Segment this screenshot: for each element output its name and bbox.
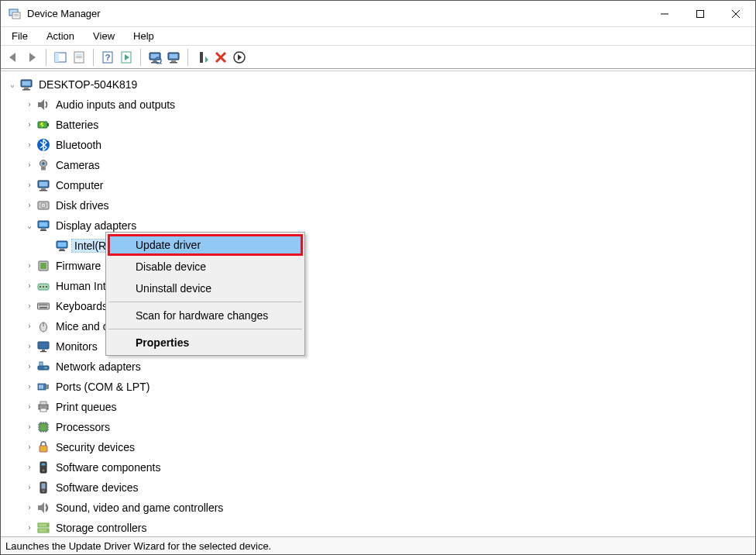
expander-icon[interactable]: ›: [24, 141, 35, 149]
svg-text:?: ?: [105, 53, 111, 62]
context-menu-disable-device[interactable]: Disable device: [108, 256, 303, 278]
tree-category-network[interactable]: ›Network adapters: [5, 357, 755, 377]
expander-icon[interactable]: ›: [24, 423, 35, 431]
expander-icon[interactable]: ›: [24, 504, 35, 512]
firmware-icon: [36, 259, 50, 273]
tree-item-label: Disk drives: [53, 199, 111, 212]
tree-item-label: Cameras: [53, 159, 102, 171]
expander-icon[interactable]: ›: [24, 464, 35, 471]
app-icon: [9, 8, 21, 20]
expander-icon[interactable]: ›: [24, 282, 35, 290]
tree-item-label: Audio inputs and outputs: [53, 98, 177, 111]
minimize-button[interactable]: [647, 2, 682, 26]
display-icon: [36, 219, 50, 233]
show-hide-tree-button[interactable]: [51, 48, 70, 67]
action-button[interactable]: [117, 48, 136, 67]
scan-hardware-button[interactable]: [146, 48, 164, 67]
processor-icon: [36, 420, 50, 434]
tree-item-label: Print queues: [53, 401, 119, 413]
tree-item-label: Processors: [53, 421, 112, 433]
tree-category-security[interactable]: ›Security devices: [5, 437, 755, 457]
tree-item-label: DESKTOP-504K819: [36, 78, 139, 91]
tree-item-label: Bluetooth: [53, 139, 104, 151]
expander-icon[interactable]: ›: [24, 161, 35, 169]
tree-item-label: Firmware: [53, 260, 103, 272]
keyboard-icon: [36, 299, 50, 313]
expander-icon[interactable]: ›: [24, 302, 35, 310]
display-icon: [55, 239, 69, 253]
expander-icon[interactable]: ›: [24, 121, 35, 129]
tree-item-label: Network adapters: [53, 360, 143, 373]
storage-icon: [36, 521, 50, 535]
svg-rect-83: [14, 14, 19, 15]
tree-category-bluetooth[interactable]: ›Bluetooth: [5, 135, 755, 155]
expander-icon[interactable]: ›: [24, 343, 35, 350]
menu-help[interactable]: Help: [127, 29, 160, 43]
maximize-button[interactable]: [682, 2, 718, 26]
expander-icon[interactable]: ›: [24, 202, 35, 209]
expander-icon[interactable]: ›: [24, 524, 35, 532]
tree-category-battery[interactable]: ›Batteries: [5, 115, 755, 135]
context-menu-update-driver[interactable]: Update driver: [108, 234, 303, 256]
tree-category-swdev[interactable]: ›Software devices: [5, 477, 755, 498]
expander-icon[interactable]: ⌄: [24, 222, 35, 229]
forward-button[interactable]: [22, 48, 41, 67]
svg-rect-86: [697, 10, 704, 17]
menu-view[interactable]: View: [87, 29, 121, 43]
tree-category-camera[interactable]: ›Cameras: [5, 155, 755, 175]
properties-toolbar-button[interactable]: [70, 48, 88, 67]
tree-item-label: Software components: [53, 461, 163, 474]
context-menu-separator: [108, 302, 302, 302]
expander-icon[interactable]: ›: [24, 363, 35, 371]
svg-marker-90: [29, 53, 36, 62]
tree-category-processor[interactable]: ›Processors: [5, 417, 755, 437]
toolbar: ?: [1, 46, 755, 69]
menu-file[interactable]: File: [5, 29, 34, 43]
monitor-icon: [36, 340, 50, 353]
expander-icon[interactable]: ›: [24, 322, 35, 330]
close-button[interactable]: [718, 2, 754, 26]
update-driver-button[interactable]: [164, 48, 183, 67]
expander-icon[interactable]: ›: [24, 101, 35, 109]
svg-rect-95: [76, 56, 82, 57]
help-button[interactable]: ?: [98, 48, 117, 67]
expander-icon[interactable]: ›: [24, 403, 35, 411]
security-icon: [36, 440, 50, 454]
tree-category-swcomp[interactable]: ›Software components: [5, 457, 755, 477]
context-menu-separator: [108, 329, 302, 329]
enable-disable-button[interactable]: [230, 48, 249, 67]
sound-icon: [36, 501, 50, 515]
expander-icon[interactable]: ›: [24, 262, 35, 270]
tree-item-label: Keyboards: [53, 300, 110, 312]
expander-icon[interactable]: ⌄: [7, 81, 18, 88]
status-bar: Launches the Update Driver Wizard for th…: [1, 536, 755, 554]
mouse-icon: [36, 319, 50, 333]
add-legacy-button[interactable]: [193, 48, 211, 67]
tree-item-label: Security devices: [53, 441, 137, 453]
context-menu-scan-for-hardware-changes[interactable]: Scan for hardware changes: [108, 305, 303, 326]
svg-rect-92: [55, 53, 59, 62]
expander-icon[interactable]: ›: [24, 383, 35, 391]
back-button[interactable]: [4, 48, 22, 67]
expander-icon[interactable]: ›: [24, 443, 35, 451]
tree-category-disk[interactable]: ›Disk drives: [5, 195, 755, 215]
context-menu-properties[interactable]: Properties: [108, 332, 303, 353]
expander-icon[interactable]: ›: [24, 484, 35, 491]
computer-icon: [36, 178, 50, 192]
tree-root[interactable]: ⌄DESKTOP-504K819: [5, 74, 755, 95]
menu-action[interactable]: Action: [40, 29, 81, 43]
tree-category-ports[interactable]: ›Ports (COM & LPT): [5, 377, 755, 397]
tree-item-label: Display adapters: [53, 219, 139, 232]
tree-category-sound[interactable]: ›Sound, video and game controllers: [5, 498, 755, 518]
tree-item-label: Batteries: [53, 119, 101, 131]
context-menu-uninstall-device[interactable]: Uninstall device: [108, 278, 303, 299]
network-icon: [36, 360, 50, 374]
tree-category-storage[interactable]: ›Storage controllers: [5, 518, 755, 536]
tree-category-printer[interactable]: ›Print queues: [5, 397, 755, 417]
tree-category-computer[interactable]: ›Computer: [5, 175, 755, 195]
tree-item-label: Monitors: [53, 340, 100, 353]
expander-icon[interactable]: ›: [24, 181, 35, 189]
uninstall-button[interactable]: [211, 48, 230, 67]
tree-category-audio[interactable]: ›Audio inputs and outputs: [5, 95, 755, 115]
tree-item-label: Sound, video and game controllers: [53, 502, 225, 514]
